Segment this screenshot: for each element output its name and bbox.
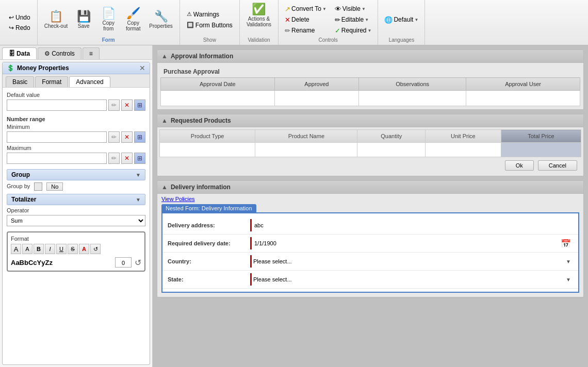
convert-to-button[interactable]: ↗ Convert To ▼ bbox=[283, 4, 329, 14]
minimum-clear-button[interactable]: ✕ bbox=[121, 131, 133, 143]
ok-button[interactable]: Ok bbox=[505, 160, 534, 171]
required-button[interactable]: ✓ Required ▼ bbox=[333, 26, 374, 36]
right-content: ▲ Approval Information Purchase Approval… bbox=[153, 45, 588, 367]
requested-products-section: ▲ Requested Products Product Type Produc… bbox=[157, 114, 584, 176]
col-observations: Observations bbox=[358, 78, 466, 91]
minimum-input[interactable] bbox=[7, 131, 107, 143]
warnings-button[interactable]: ⚠ Warnings bbox=[184, 10, 235, 19]
properties-button[interactable]: 🔧 Properties bbox=[146, 9, 175, 30]
visible-icon: 👁 bbox=[335, 5, 341, 13]
underline-button[interactable]: U bbox=[56, 244, 67, 254]
group-section-header[interactable]: Group ▼ bbox=[7, 169, 145, 180]
totalizer-section-header[interactable]: Totalizer ▼ bbox=[7, 194, 145, 205]
minimum-edit-button[interactable]: ✏ bbox=[108, 131, 120, 143]
group-by-row: Group by No bbox=[7, 182, 145, 191]
money-icon: 💲 bbox=[7, 64, 14, 72]
rename-icon: ✏ bbox=[285, 27, 290, 35]
font-extra-button[interactable]: ↺ bbox=[90, 244, 101, 254]
maximum-input[interactable] bbox=[7, 153, 107, 164]
redo-icon: ↪ bbox=[9, 24, 14, 31]
visible-button[interactable]: 👁 Visible ▼ bbox=[333, 4, 374, 14]
rename-button[interactable]: ✏ Rename bbox=[283, 26, 329, 36]
maximum-edit-button[interactable]: ✏ bbox=[108, 153, 120, 164]
nested-form-label: Nested Form: Delivery Information bbox=[161, 204, 256, 212]
tab-basic[interactable]: Basic bbox=[6, 76, 34, 87]
number-range-group: Number range Minimum ✏ ✕ ⊞ Maximum ✏ ✕ ⊞ bbox=[7, 116, 145, 164]
form-buttons-button[interactable]: 🔲 Form Buttons bbox=[184, 21, 235, 30]
state-select[interactable]: Please select... bbox=[252, 273, 566, 286]
state-row: State: Please select... ▼ bbox=[162, 271, 578, 289]
controls-group: ↗ Convert To ▼ ✕ Delete ✏ Rename 👁 Visib… bbox=[279, 0, 378, 45]
group-by-checkbox[interactable] bbox=[34, 182, 42, 191]
editable-button[interactable]: ✏ Editable ▼ bbox=[333, 15, 374, 25]
close-panel-button[interactable]: ✕ bbox=[139, 64, 145, 72]
country-select[interactable]: Please select... bbox=[252, 255, 566, 268]
refresh-format-button[interactable]: ↺ bbox=[135, 258, 141, 268]
tab-controls[interactable]: ⚙ Controls bbox=[38, 47, 81, 59]
bold-button[interactable]: B bbox=[34, 244, 44, 254]
controls-icon: ⚙ bbox=[44, 50, 50, 57]
italic-button[interactable]: I bbox=[45, 244, 55, 254]
form-group: 📋 Check-out 💾 Save 📄 Copy from 🖌️ Copy f… bbox=[38, 0, 180, 45]
default-value-group: Default value ✏ ✕ ⊞ bbox=[7, 92, 145, 111]
default-value-edit-button[interactable]: ✏ bbox=[108, 99, 120, 111]
totalizer-caret-icon: ▼ bbox=[136, 197, 141, 203]
undo-icon: ↩ bbox=[9, 14, 14, 21]
operator-group: Operator Sum Average Count bbox=[7, 207, 145, 226]
default-value-extra-button[interactable]: ⊞ bbox=[134, 99, 145, 111]
approval-information-header: ▲ Approval Information bbox=[157, 50, 583, 63]
format-preview: AaBbCcYyZz 0 ↺ bbox=[11, 257, 141, 268]
checkout-button[interactable]: 📋 Check-out bbox=[42, 9, 71, 30]
default-button[interactable]: 🌐 Default ▼ bbox=[382, 15, 420, 25]
font-size-large-button[interactable]: A bbox=[11, 244, 21, 254]
table-row bbox=[160, 143, 581, 157]
copy-format-icon: 🖌️ bbox=[126, 8, 140, 19]
money-properties-body: Default value ✏ ✕ ⊞ Number range Minimum… bbox=[3, 88, 150, 364]
format-toolbar: A A B I U S A ↺ bbox=[11, 244, 141, 254]
products-table-container: Product Type Product Name Quantity Unit … bbox=[157, 127, 583, 176]
state-caret-icon: ▼ bbox=[566, 277, 573, 282]
save-button[interactable]: 💾 Save bbox=[72, 9, 95, 30]
country-select-wrap: Please select... ▼ bbox=[250, 255, 573, 268]
no-button[interactable]: No bbox=[46, 182, 63, 191]
redo-button[interactable]: ↪ Redo bbox=[6, 23, 33, 32]
actions-validations-button[interactable]: ✅ Actions & Validations bbox=[244, 2, 274, 29]
copy-from-button[interactable]: 📄 Copy from bbox=[97, 6, 120, 33]
tab-extra[interactable]: ≡ bbox=[83, 47, 100, 59]
font-color-button[interactable]: A bbox=[79, 244, 89, 254]
col-approval-date: Approval Date bbox=[161, 78, 275, 91]
actions-icon: ✅ bbox=[252, 4, 266, 15]
delivery-expand-icon[interactable]: ▲ bbox=[161, 184, 168, 191]
calendar-icon[interactable]: 📅 bbox=[559, 239, 573, 248]
minimum-extra-button[interactable]: ⊞ bbox=[134, 131, 145, 143]
maximum-extra-button[interactable]: ⊞ bbox=[134, 153, 145, 164]
approval-table: Approval Date Approved Observations Appr… bbox=[160, 77, 580, 106]
table-row bbox=[161, 91, 580, 106]
default-value-input[interactable] bbox=[7, 99, 107, 111]
delete-icon: ✕ bbox=[285, 16, 290, 24]
col-approved: Approved bbox=[274, 78, 358, 91]
data-icon: 🗄 bbox=[9, 50, 15, 57]
tab-advanced[interactable]: Advanced bbox=[69, 76, 110, 87]
copy-format-button[interactable]: 🖌️ Copy format bbox=[122, 6, 144, 33]
required-date-label: Required delivery date: bbox=[168, 240, 250, 246]
delete-button[interactable]: ✕ Delete bbox=[283, 15, 329, 25]
maximum-clear-button[interactable]: ✕ bbox=[121, 153, 133, 164]
products-expand-icon[interactable]: ▲ bbox=[161, 117, 168, 124]
tab-format[interactable]: Format bbox=[35, 76, 68, 87]
strikethrough-button[interactable]: S bbox=[68, 244, 78, 254]
cancel-button[interactable]: Cancel bbox=[538, 160, 577, 171]
delivery-date-input[interactable] bbox=[252, 237, 559, 249]
col-quantity: Quantity bbox=[357, 130, 426, 143]
font-size-medium-button[interactable]: A bbox=[22, 244, 32, 254]
col-product-type: Product Type bbox=[160, 130, 255, 143]
approval-expand-icon[interactable]: ▲ bbox=[161, 53, 168, 60]
default-value-clear-button[interactable]: ✕ bbox=[121, 99, 133, 111]
tab-data[interactable]: 🗄 Data bbox=[2, 47, 37, 59]
operator-select[interactable]: Sum Average Count bbox=[7, 215, 145, 226]
view-policies-link[interactable]: View Policies bbox=[157, 194, 199, 204]
undo-button[interactable]: ↩ Undo bbox=[6, 13, 33, 22]
money-properties-panel: 💲 Money Properties ✕ Basic Format Advanc… bbox=[2, 62, 150, 365]
col-unit-price: Unit Price bbox=[426, 130, 501, 143]
delivery-address-input[interactable] bbox=[250, 219, 573, 231]
